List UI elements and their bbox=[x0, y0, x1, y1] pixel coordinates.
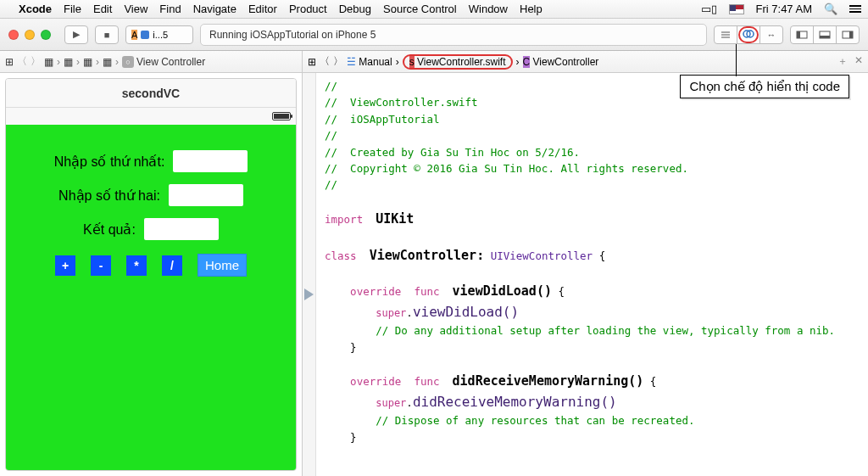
input-result[interactable] bbox=[144, 218, 219, 240]
jump-file[interactable]: s ViewController.swift bbox=[403, 54, 513, 70]
stop-button[interactable]: ■ bbox=[95, 25, 119, 44]
back-button[interactable]: 〈 bbox=[320, 54, 330, 69]
editor-gutter bbox=[303, 73, 316, 476]
scene-title: secondVC bbox=[6, 79, 296, 108]
xcode-toolbar: ▶ ■ A i...5 Running iOSAppTutorial on iP… bbox=[0, 19, 868, 51]
scene-icon: ○ bbox=[122, 56, 134, 68]
jump-seg[interactable]: ▦ bbox=[64, 56, 73, 68]
split-icon: ☱ bbox=[347, 56, 356, 68]
panel-visibility-segment[interactable] bbox=[790, 25, 860, 44]
zoom-window-button[interactable] bbox=[41, 30, 51, 40]
code-text[interactable]: // // ViewController.swift // iOSAppTuto… bbox=[316, 73, 868, 476]
home-button[interactable]: Home bbox=[198, 254, 247, 277]
left-jump-bar[interactable]: ⊞ 〈 〉 ▦ › ▦ › ▦ › ▦ › ○ View Controller bbox=[0, 51, 303, 73]
macos-menubar: Xcode File Edit View Find Navigate Edito… bbox=[0, 0, 868, 19]
related-items-icon[interactable]: ⊞ bbox=[5, 56, 14, 68]
input-source-flag-icon[interactable] bbox=[729, 4, 744, 14]
svg-rect-6 bbox=[797, 31, 800, 38]
divide-button[interactable]: / bbox=[162, 255, 182, 276]
assistant-editor-button[interactable] bbox=[737, 25, 760, 44]
swift-file-icon: s bbox=[409, 56, 415, 68]
storyboard-scene[interactable]: secondVC Nhập số thứ nhất: Nhập số thứ h… bbox=[5, 78, 297, 471]
execution-pointer-icon bbox=[304, 288, 314, 300]
toggle-navigator-button[interactable] bbox=[790, 25, 814, 44]
interface-builder-pane: secondVC Nhập số thứ nhất: Nhập số thứ h… bbox=[0, 73, 303, 476]
device-icon bbox=[141, 31, 149, 39]
close-editor-button[interactable]: ✕ bbox=[854, 54, 863, 69]
scheme-selector[interactable]: A i...5 bbox=[125, 25, 193, 44]
menu-debug[interactable]: Debug bbox=[339, 3, 371, 15]
plus-button[interactable]: + bbox=[55, 255, 75, 276]
jump-seg[interactable]: ▦ bbox=[83, 56, 92, 68]
menu-find[interactable]: Find bbox=[159, 3, 181, 15]
screen-share-icon[interactable]: ▭▯ bbox=[701, 3, 717, 15]
input-first-number[interactable] bbox=[173, 150, 248, 172]
close-window-button[interactable] bbox=[8, 30, 19, 40]
battery-icon bbox=[272, 112, 291, 120]
spotlight-icon[interactable]: 🔍 bbox=[824, 3, 837, 15]
label-first-number: Nhập số thứ nhất: bbox=[54, 154, 165, 170]
window-traffic-lights[interactable] bbox=[8, 30, 51, 40]
jump-class[interactable]: C ViewController bbox=[523, 56, 599, 68]
editor-jump-bar[interactable]: ⊞ 〈 〉 ☱ Manual › s ViewController.swift … bbox=[303, 51, 868, 73]
toggle-utilities-button[interactable] bbox=[836, 25, 860, 44]
multiply-button[interactable]: * bbox=[126, 255, 147, 276]
main-split: secondVC Nhập số thứ nhất: Nhập số thứ h… bbox=[0, 73, 868, 476]
menu-product[interactable]: Product bbox=[289, 3, 327, 15]
jump-seg[interactable]: ▦ bbox=[44, 56, 53, 68]
jump-item-viewcontroller[interactable]: ○ View Controller bbox=[122, 56, 205, 68]
run-button[interactable]: ▶ bbox=[64, 25, 88, 44]
back-button[interactable]: 〈 bbox=[17, 54, 27, 69]
menu-file[interactable]: File bbox=[64, 3, 81, 15]
code-editor-pane: // // ViewController.swift // iOSAppTuto… bbox=[303, 73, 868, 476]
annotation-text: Chọn chế độ hiển thị code bbox=[689, 79, 840, 93]
label-second-number: Nhập số thứ hai: bbox=[58, 188, 160, 204]
svg-rect-10 bbox=[849, 31, 853, 38]
standard-editor-button[interactable] bbox=[714, 25, 737, 44]
view-content[interactable]: Nhập số thứ nhất: Nhập số thứ hai: Kết q… bbox=[6, 125, 296, 470]
version-editor-button[interactable]: ↔ bbox=[760, 25, 783, 44]
svg-rect-8 bbox=[820, 36, 830, 38]
minimize-window-button[interactable] bbox=[25, 30, 35, 40]
menu-source-control[interactable]: Source Control bbox=[383, 3, 457, 15]
status-text: Running iOSAppTutorial on iPhone 5 bbox=[209, 29, 376, 41]
class-icon: C bbox=[523, 56, 531, 68]
forward-button[interactable]: 〉 bbox=[333, 54, 343, 69]
jump-seg[interactable]: ▦ bbox=[103, 56, 112, 68]
related-items-icon[interactable]: ⊞ bbox=[308, 56, 316, 68]
forward-button[interactable]: 〉 bbox=[31, 54, 41, 69]
ib-canvas[interactable]: secondVC Nhập số thứ nhất: Nhập số thứ h… bbox=[0, 73, 302, 476]
annotation-box: Chọn chế độ hiển thị code bbox=[680, 75, 849, 98]
menubar-clock[interactable]: Fri 7:47 AM bbox=[756, 3, 812, 15]
menu-help[interactable]: Help bbox=[520, 3, 542, 15]
label-result: Kết quả: bbox=[83, 221, 136, 238]
menu-view[interactable]: View bbox=[124, 3, 147, 15]
add-editor-button[interactable]: ＋ bbox=[837, 54, 848, 69]
scheme-label: i...5 bbox=[153, 30, 168, 40]
activity-status: Running iOSAppTutorial on iPhone 5 bbox=[200, 24, 707, 46]
annotation-connector bbox=[736, 44, 737, 76]
menu-window[interactable]: Window bbox=[469, 3, 508, 15]
code-editor[interactable]: // // ViewController.swift // iOSAppTuto… bbox=[303, 73, 868, 476]
app-menu[interactable]: Xcode bbox=[19, 3, 52, 15]
menu-editor[interactable]: Editor bbox=[248, 3, 277, 15]
simulated-status-bar bbox=[6, 108, 296, 125]
minus-button[interactable]: - bbox=[91, 255, 111, 276]
jump-mode-manual[interactable]: ☱ Manual bbox=[347, 56, 392, 68]
app-target-icon: A bbox=[131, 30, 137, 40]
notification-center-icon[interactable] bbox=[849, 5, 861, 13]
menu-edit[interactable]: Edit bbox=[93, 3, 112, 15]
editor-mode-segment[interactable]: ↔ bbox=[714, 25, 783, 44]
input-second-number[interactable] bbox=[169, 184, 243, 206]
menu-navigate[interactable]: Navigate bbox=[193, 3, 236, 15]
toggle-debug-area-button[interactable] bbox=[813, 25, 837, 44]
